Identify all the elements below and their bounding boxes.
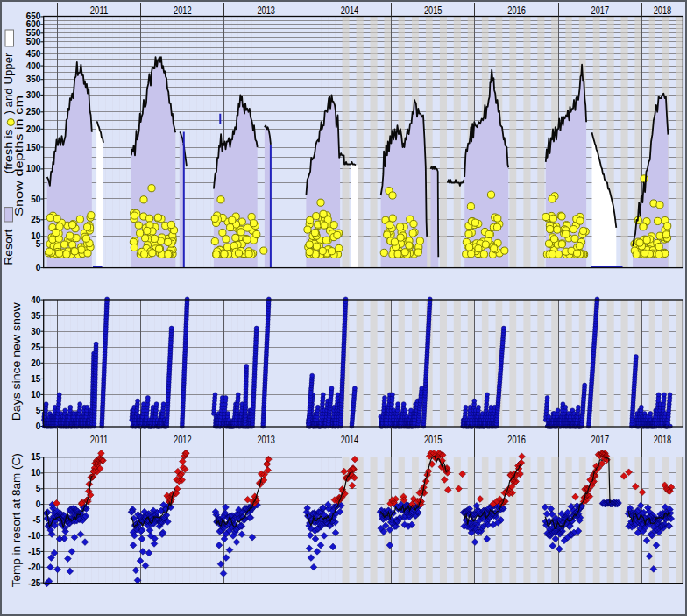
svg-text:2012: 2012 [174, 434, 192, 446]
svg-text:200: 200 [26, 124, 41, 134]
svg-text:) and Upper: ) and Upper [3, 53, 15, 115]
svg-text:2011: 2011 [90, 4, 109, 17]
svg-text:250: 250 [26, 107, 41, 117]
svg-text:2016: 2016 [507, 434, 526, 446]
svg-text:5: 5 [36, 484, 41, 493]
svg-text:50: 50 [31, 195, 41, 204]
svg-text:15: 15 [31, 374, 41, 384]
svg-text:-25: -25 [28, 578, 41, 588]
svg-text:(fresh is: (fresh is [3, 130, 15, 174]
svg-text:5: 5 [36, 406, 41, 415]
svg-text:2017: 2017 [591, 4, 610, 17]
svg-text:30: 30 [31, 327, 41, 336]
svg-text:2015: 2015 [424, 4, 443, 17]
svg-text:-10: -10 [28, 531, 41, 541]
svg-text:10: 10 [31, 468, 41, 478]
svg-text:0: 0 [36, 421, 41, 431]
svg-text:2018: 2018 [654, 4, 672, 17]
svg-text:300: 300 [26, 90, 41, 100]
svg-text:2013: 2013 [257, 434, 275, 446]
svg-text:2016: 2016 [507, 4, 526, 17]
svg-text:20: 20 [31, 358, 41, 368]
svg-text:550: 550 [26, 28, 41, 38]
svg-text:2017: 2017 [591, 434, 610, 446]
svg-text:2018: 2018 [654, 434, 672, 446]
svg-text:10: 10 [31, 231, 41, 241]
svg-text:2012: 2012 [174, 4, 192, 17]
svg-text:Temp in resort at 8am (C): Temp in resort at 8am (C) [11, 453, 23, 587]
svg-text:350: 350 [26, 74, 41, 84]
svg-text:0: 0 [36, 263, 41, 273]
svg-text:2015: 2015 [424, 434, 443, 446]
svg-text:Days since new snow: Days since new snow [11, 302, 23, 421]
svg-text:-20: -20 [28, 563, 41, 572]
svg-text:Resort: Resort [3, 229, 15, 266]
svg-text:2014: 2014 [341, 434, 359, 446]
svg-text:2011: 2011 [90, 434, 109, 446]
svg-text:2013: 2013 [257, 4, 275, 17]
svg-text:25: 25 [31, 343, 41, 352]
svg-text:10: 10 [31, 390, 41, 400]
svg-text:650: 650 [26, 11, 41, 21]
svg-text:40: 40 [31, 295, 41, 305]
svg-text:25: 25 [31, 215, 41, 224]
svg-text:35: 35 [31, 311, 41, 321]
svg-text:-5: -5 [32, 515, 40, 525]
svg-text:450: 450 [26, 49, 41, 59]
svg-text:15: 15 [31, 452, 41, 462]
svg-text:400: 400 [26, 61, 41, 71]
svg-text:100: 100 [26, 164, 41, 173]
svg-text:-15: -15 [28, 547, 41, 556]
svg-text:2014: 2014 [341, 4, 359, 17]
svg-text:150: 150 [26, 143, 41, 152]
svg-text:500: 500 [26, 37, 41, 46]
svg-text:0: 0 [36, 499, 41, 509]
